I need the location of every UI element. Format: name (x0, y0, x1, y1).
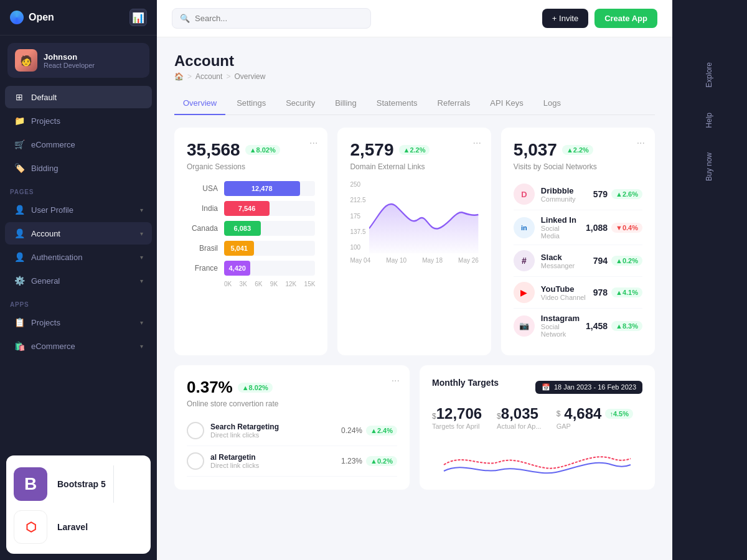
retargeting-list: Search Retargeting Direct link clicks 0.… (187, 416, 397, 477)
targets-april: $12,706 Targets for April (432, 405, 482, 430)
sidebar-item-default[interactable]: ⊞ Default (5, 86, 152, 108)
laravel-item: ⬡ Laravel (14, 510, 88, 544)
conversion-card: ··· 0.37% ▲8.02% Online store convertion… (174, 365, 410, 490)
tab-referrals[interactable]: Referrals (429, 92, 479, 115)
organic-sessions-card: ··· 35,568 ▲8.02% Organic Sessions USA 1… (174, 128, 327, 355)
bar-row-france: France 4,420 (187, 261, 315, 276)
breadcrumb-account[interactable]: Account (195, 72, 222, 81)
sidebar-item-authentication[interactable]: 👤 Authentication ▾ (5, 246, 152, 268)
search-input[interactable] (195, 14, 363, 23)
chevron-down-icon: ▾ (140, 319, 143, 326)
chart-icon-btn[interactable]: 📊 (129, 9, 147, 26)
content-area: Account 🏠 > Account > Overview Overview … (157, 37, 672, 560)
line-chart-labels: May 04 May 10 May 18 May 26 (350, 257, 478, 264)
laravel-label: Laravel (57, 522, 88, 532)
social-item-dribbble: D DribbbleCommunity 579 ▲2.6% (514, 179, 642, 210)
search-icon: 🔍 (180, 14, 190, 23)
general-icon: ⚙️ (14, 275, 25, 286)
right-panel: Explore Help Buy now (672, 0, 747, 560)
youtube-logo: ▶ (514, 282, 535, 303)
account-icon: 👤 (14, 228, 25, 239)
mini-chart (432, 440, 642, 477)
tab-settings[interactable]: Settings (228, 92, 275, 115)
create-app-button[interactable]: Create App (594, 9, 657, 28)
stat-label: Organic Sessions (187, 162, 315, 171)
default-icon: ⊞ (14, 91, 25, 103)
more-menu-btn[interactable]: ··· (473, 138, 481, 149)
bar-india: 7,546 (224, 201, 270, 216)
linkedin-logo: in (514, 217, 535, 238)
date-range-badge: 📅 18 Jan 2023 - 16 Feb 2023 (535, 381, 642, 394)
social-list: D DribbbleCommunity 579 ▲2.6% in Linked … (514, 179, 642, 343)
sidebar-item-label: eCommerce (31, 342, 75, 351)
topbar-right: + Invite Create App (542, 9, 657, 28)
breadcrumb-home[interactable]: 🏠 (174, 72, 184, 81)
sidebar-item-label: Authentication (31, 253, 82, 262)
bar-brasil: 5,041 (224, 241, 254, 256)
social-item-youtube: ▶ YouTubeVideo Channel 978 ▲4.1% (514, 277, 642, 309)
pages-section-label: PAGES (0, 180, 157, 198)
search-box[interactable]: 🔍 (172, 8, 371, 29)
bar-france: 4,420 (224, 261, 250, 276)
breadcrumb: 🏠 > Account > Overview (174, 72, 655, 81)
tab-api-keys[interactable]: API Keys (481, 92, 532, 115)
explore-btn[interactable]: Explore (698, 50, 721, 100)
tabs: Overview Settings Security Billing State… (174, 92, 655, 115)
tab-security[interactable]: Security (277, 92, 324, 115)
sidebar-item-label: eCommerce (31, 140, 75, 149)
bar-chart: USA 12,478 India 7,546 Canada (187, 181, 315, 287)
sidebar-item-label: Default (31, 93, 57, 102)
stat-badge: ▲2.2% (399, 145, 430, 155)
sidebar-item-account[interactable]: 👤 Account ▾ (5, 222, 152, 245)
tab-logs[interactable]: Logs (535, 92, 570, 115)
more-menu-btn[interactable]: ··· (637, 138, 645, 149)
divider (113, 465, 114, 503)
sidebar-item-projects[interactable]: 📁 Projects (5, 110, 152, 132)
sidebar-header: Open 📊 (0, 0, 157, 35)
stat-badge: ▲8.02% (245, 145, 280, 155)
ecommerce-app-icon: 🛍️ (14, 340, 25, 352)
tab-overview[interactable]: Overview (174, 92, 225, 115)
monthly-chart-svg (432, 440, 642, 477)
conversion-rate: 0.37% ▲8.02% (187, 378, 397, 397)
retarget-icon (187, 422, 204, 439)
main-area: 🔍 + Invite Create App Account 🏠 > Accoun… (157, 0, 672, 560)
help-btn[interactable]: Help (698, 100, 721, 141)
monthly-title: Monthly Targets (432, 378, 499, 388)
buy-now-btn[interactable]: Buy now (698, 140, 721, 194)
user-card[interactable]: 🧑 Johnson React Developer (7, 43, 149, 78)
more-menu-btn[interactable]: ··· (392, 375, 400, 386)
sidebar-item-label: General (31, 276, 60, 286)
stat-label: Visits by Social Networks (514, 162, 642, 171)
page-header: Account 🏠 > Account > Overview (174, 52, 655, 81)
domain-links-card: ··· 2,579 ▲2.2% Domain External Links 25… (337, 128, 491, 355)
bar-ticks: 0K 3K 6K 9K 12K 15K (187, 281, 315, 287)
instagram-logo: 📷 (514, 315, 535, 337)
social-item-slack: # SlackMessanger 794 ▲0.2% (514, 245, 642, 277)
more-menu-btn[interactable]: ··· (309, 138, 317, 149)
stat-value: 5,037 ▲2.2% (514, 140, 642, 160)
sidebar-item-ecommerce-app[interactable]: 🛍️ eCommerce ▾ (5, 335, 152, 357)
bar-row-canada: Canada 6,083 (187, 221, 315, 236)
retarget-item-1: Search Retargeting Direct link clicks 0.… (187, 416, 397, 446)
chevron-down-icon: ▾ (140, 343, 143, 350)
bootstrap-item: B Bootstrap 5 (14, 467, 106, 501)
sidebar-item-ecommerce[interactable]: 🛒 eCommerce (5, 133, 152, 156)
bootstrap-icon: B (14, 467, 47, 501)
monthly-card: Monthly Targets 📅 18 Jan 2023 - 16 Feb 2… (420, 365, 655, 490)
invite-button[interactable]: + Invite (542, 9, 588, 28)
bootstrap-label: Bootstrap 5 (57, 479, 106, 489)
bar-row-india: India 7,546 (187, 201, 315, 216)
sidebar-item-user-profile[interactable]: 👤 User Profile ▾ (5, 198, 152, 221)
sidebar-item-bidding[interactable]: 🏷️ Bidding (5, 157, 152, 179)
tab-billing[interactable]: Billing (326, 92, 365, 115)
user-info: Johnson React Developer (44, 52, 95, 69)
user-profile-icon: 👤 (14, 204, 25, 215)
bidding-icon: 🏷️ (14, 162, 25, 174)
chevron-down-icon: ▾ (140, 254, 143, 261)
breadcrumb-overview[interactable]: Overview (234, 72, 265, 81)
sidebar-item-general[interactable]: ⚙️ General ▾ (5, 269, 152, 292)
sidebar-item-projects-app[interactable]: 📋 Projects ▾ (5, 311, 152, 334)
sidebar: Open 📊 🧑 Johnson React Developer ⊞ Defau… (0, 0, 157, 560)
tab-statements[interactable]: Statements (368, 92, 426, 115)
